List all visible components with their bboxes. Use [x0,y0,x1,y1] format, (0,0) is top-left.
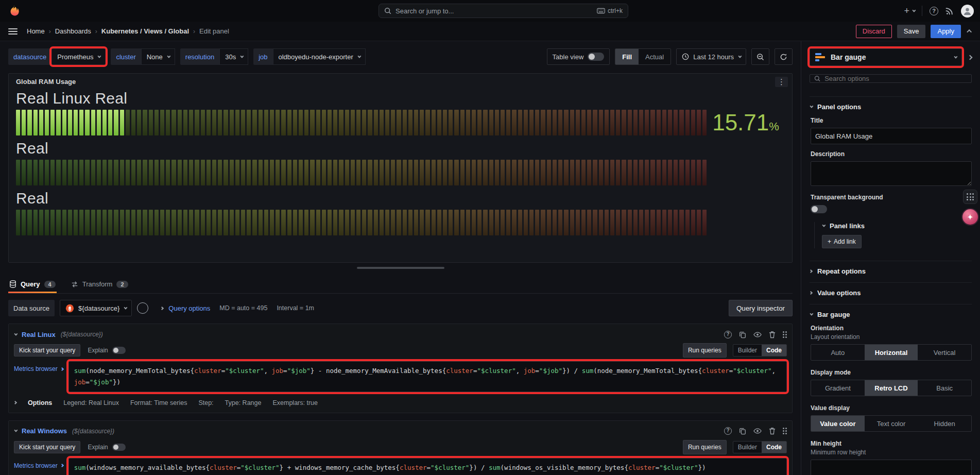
collapse-options-pane-button[interactable] [968,55,973,60]
orientation-vertical[interactable]: Vertical [918,345,971,360]
news-rss-button[interactable] [945,7,954,15]
options-label[interactable]: Options [28,399,52,406]
visualization-picker[interactable]: Bar gauge [810,48,962,66]
query-name[interactable]: Real Windows [22,427,67,435]
variable-job-value[interactable]: oldboyedu-node-exporter [273,48,366,65]
variable-resolution-value[interactable]: 30s [219,48,248,65]
value-display-value-color[interactable]: Value color [811,416,865,431]
builder-code-segment: Builder Code [733,441,787,453]
variable-cluster-value[interactable]: None [141,48,175,65]
top-nav: Search or jump to... ctrl+k + ? [0,0,980,22]
run-queries-button[interactable]: Run queries [683,440,727,454]
panel-description-input[interactable] [811,161,972,186]
duplicate-query-icon[interactable] [739,427,746,435]
promql-editor-real-windows[interactable]: sum(windows_memory_available_bytes{clust… [68,458,787,475]
tab-transform[interactable]: Transform 2 [70,275,129,293]
lcd-bar-gauge [16,210,707,235]
disable-query-icon[interactable] [753,331,762,338]
drag-query-handle[interactable] [783,331,787,338]
collapse-query-icon[interactable] [14,332,18,335]
actual-option[interactable]: Actual [639,49,670,64]
builder-option[interactable]: Builder [733,442,762,453]
panel-links-header[interactable]: Panel links [822,222,972,230]
new-dropdown-button[interactable]: + [904,6,915,16]
display-retro-lcd[interactable]: Retro LCD [865,380,918,396]
breadcrumb-home[interactable]: Home [27,27,45,35]
delete-query-icon[interactable] [769,427,776,435]
duplicate-query-icon[interactable] [739,331,746,338]
run-queries-button[interactable]: Run queries [683,343,727,358]
datasource-help-icon[interactable] [137,302,148,314]
kickstart-button[interactable]: Kick start your query [14,441,80,453]
code-option[interactable]: Code [762,345,786,356]
user-avatar[interactable] [961,5,974,18]
value-options-header[interactable]: Value options [810,289,972,297]
save-button[interactable]: Save [897,25,926,38]
discard-button[interactable]: Discard [856,25,892,38]
query-inspector-button[interactable]: Query inspector [729,300,793,316]
breadcrumb-dashboards[interactable]: Dashboards [55,27,91,35]
value-display-hidden[interactable]: Hidden [918,416,971,431]
panel-menu-button[interactable]: ⋮ [775,77,788,87]
promql-editor-real-linux[interactable]: sum(node_memory_MemTotal_bytes{cluster="… [68,361,787,392]
display-basic[interactable]: Basic [918,380,971,396]
metrics-browser-link[interactable]: Metrics browser [14,361,63,372]
options-search-input[interactable] [824,75,967,82]
metrics-browser-link[interactable]: Metrics browser [14,458,63,469]
kickstart-button[interactable]: Kick start your query [14,344,80,357]
disable-query-icon[interactable] [753,428,762,434]
drag-query-handle[interactable] [783,428,787,434]
display-mode-label: Display mode [811,369,972,376]
apps-grid-button[interactable] [963,190,977,204]
table-view-toggle[interactable]: Table view [547,48,610,65]
query-help-icon[interactable]: ? [724,427,732,435]
refresh-button[interactable] [775,48,793,65]
breadcrumb-dashboard-name[interactable]: Kubernetes / Views / Global [101,27,189,35]
delete-query-icon[interactable] [769,331,776,338]
panel-resize-handle[interactable] [357,267,444,269]
display-gradient[interactable]: Gradient [811,380,865,396]
tab-query[interactable]: Query 4 [8,275,57,293]
section-panel-options: Panel options Title Description Transpar… [810,96,972,248]
help-button[interactable]: ? [930,7,938,15]
section-bar-gauge: Bar gauge Orientation Layout orientation… [810,304,972,475]
min-height-input[interactable] [811,460,972,475]
menu-toggle-button[interactable] [8,28,18,35]
apply-button[interactable]: Apply [931,25,961,38]
query-help-icon[interactable]: ? [724,331,732,338]
query-name[interactable]: Real Linux [22,331,56,338]
explain-switch[interactable] [112,444,126,451]
global-search[interactable]: Search or jump to... ctrl+k [379,4,628,18]
collapse-header-button[interactable] [968,29,972,33]
transparent-bg-switch[interactable] [811,205,827,213]
search-icon [814,75,820,82]
query-options-toggle[interactable]: Query options [168,304,210,312]
table-view-switch[interactable] [588,53,604,61]
grafana-logo[interactable] [8,5,21,17]
zoom-out-button[interactable] [751,48,769,65]
transform-count-badge: 2 [116,281,128,288]
datasource-picker[interactable]: ${datasource} [60,300,132,316]
value-display-text-color[interactable]: Text color [865,416,918,431]
explain-switch[interactable] [112,347,126,354]
description-label: Description [811,150,972,158]
builder-option[interactable]: Builder [733,345,762,356]
section-value-options: Value options [810,282,972,297]
fill-option[interactable]: Fill [615,49,639,64]
orientation-auto[interactable]: Auto [811,345,865,360]
panel-title-input[interactable] [811,128,972,144]
code-option[interactable]: Code [762,442,786,453]
options-expand-icon[interactable] [13,401,17,404]
assistant-bubble-button[interactable]: ✦ [961,208,979,226]
add-link-button[interactable]: +Add link [822,235,862,248]
time-range-picker[interactable]: Last 12 hours [676,48,746,65]
collapse-query-icon[interactable] [14,429,18,432]
variable-datasource-value[interactable]: Prometheus [51,48,106,65]
query-datasource-ref: (${datasource}) [72,428,114,435]
orientation-segment: Auto Horizontal Vertical [811,344,972,361]
orientation-horizontal[interactable]: Horizontal [865,345,918,360]
panel-options-header[interactable]: Panel options [810,103,972,111]
repeat-options-header[interactable]: Repeat options [810,267,972,275]
options-search[interactable] [810,74,972,83]
bar-gauge-header[interactable]: Bar gauge [810,311,972,318]
